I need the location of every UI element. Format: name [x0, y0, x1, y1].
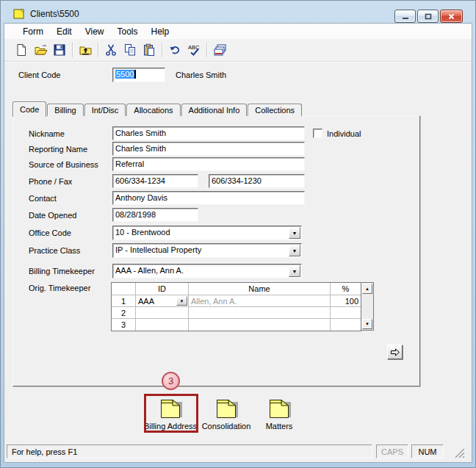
copy-button[interactable]	[120, 41, 140, 59]
client-name-text: Charles Smith	[176, 71, 226, 79]
office-code-label: Office Code	[29, 228, 71, 237]
undo-button[interactable]	[165, 41, 184, 59]
menu-tools[interactable]: Tools	[110, 25, 144, 38]
tab-int-disc[interactable]: Int/Disc	[84, 104, 126, 116]
toolbar-separator	[206, 43, 207, 57]
scroll-down-icon[interactable]: ▼	[362, 319, 372, 329]
menu-edit[interactable]: Edit	[50, 25, 79, 38]
source-of-business-input[interactable]: Referral	[112, 157, 305, 171]
table-header-id: ID	[136, 283, 189, 295]
paste-icon	[143, 43, 156, 57]
title-bar[interactable]: Clients\5500	[4, 4, 472, 23]
toolbar-separator	[162, 43, 162, 57]
cut-icon	[104, 43, 118, 57]
matters-label: Matters	[249, 422, 309, 431]
tab-code[interactable]: Code	[12, 101, 46, 117]
toolbar-separator	[72, 43, 73, 57]
undo-icon	[168, 43, 181, 57]
chevron-down-icon[interactable]: ▼	[289, 227, 300, 239]
practice-class-value: IP - Intellectual Property	[115, 245, 201, 254]
orig-timekeeper-table: ID Name % 1 AAA ▼ Allen, Ann A. 100 2 3	[111, 282, 361, 331]
practice-class-select[interactable]: IP - Intellectual Property ▼	[112, 243, 302, 258]
application-window: Clients\5500 Form Edit View Tools Help	[0, 0, 476, 468]
next-record-button[interactable]	[387, 345, 403, 359]
reporting-name-label: Reporting Name	[29, 145, 87, 154]
timekeeper-name-cell[interactable]	[189, 319, 331, 331]
status-message: For help, press F1	[7, 444, 372, 458]
client-code-input[interactable]: 5500	[112, 68, 165, 82]
spell-check-icon: ABC	[187, 43, 201, 57]
new-button[interactable]	[12, 41, 31, 59]
save-icon	[53, 43, 66, 57]
close-button[interactable]	[440, 10, 463, 23]
tab-allocations[interactable]: Allocations	[126, 104, 180, 116]
tab-collections[interactable]: Collections	[248, 104, 302, 116]
window-title: Clients\5500	[30, 9, 79, 19]
scroll-up-icon[interactable]: ▲	[362, 284, 372, 294]
chevron-down-icon[interactable]: ▼	[289, 265, 300, 277]
individual-checkbox[interactable]	[313, 129, 322, 138]
resize-grip[interactable]	[452, 446, 466, 459]
folder-up-button[interactable]	[76, 41, 95, 59]
row-number: 2	[112, 307, 136, 319]
open-button[interactable]	[31, 41, 50, 59]
menu-view[interactable]: View	[79, 25, 111, 38]
menu-form[interactable]: Form	[16, 25, 50, 38]
tab-additional-info[interactable]: Additional Info	[181, 104, 248, 116]
toolbar: ABC	[4, 39, 472, 62]
client-code-value: 5500	[115, 70, 134, 79]
billing-timekeeper-label: Billing Timekeeper	[29, 267, 95, 276]
nickname-input[interactable]: Charles Smith	[112, 126, 305, 140]
contact-input[interactable]: Anthony Davis	[112, 191, 305, 205]
cut-button[interactable]	[101, 41, 120, 59]
window-icon	[13, 9, 26, 20]
minimize-icon	[402, 13, 409, 20]
minimize-button[interactable]	[394, 10, 416, 23]
timekeeper-id-cell[interactable]	[136, 307, 189, 319]
annotation-step-badge: 3	[162, 372, 180, 390]
matters-shortcut[interactable]: Matters	[249, 396, 309, 431]
folder-icon	[265, 396, 293, 420]
office-code-select[interactable]: 10 - Brentwood ▼	[112, 226, 302, 240]
chevron-down-icon[interactable]: ▼	[176, 296, 187, 306]
paste-button[interactable]	[140, 41, 159, 59]
print-copies-icon	[213, 43, 227, 57]
nickname-label: Nickname	[29, 129, 65, 138]
timekeeper-pct-cell[interactable]	[331, 307, 361, 319]
table-header-pct: %	[331, 283, 361, 295]
table-header-blank	[112, 283, 136, 295]
timekeeper-id-cell[interactable]: AAA ▼	[136, 295, 189, 307]
timekeeper-id-cell[interactable]	[136, 319, 189, 331]
print-copies-button[interactable]	[210, 41, 229, 59]
contact-label: Contact	[29, 194, 57, 203]
billing-timekeeper-select[interactable]: AAA - Allen, Ann A. ▼	[112, 264, 302, 278]
table-scrollbar[interactable]: ▲ ▼	[361, 282, 374, 331]
date-opened-label: Date Opened	[29, 211, 76, 220]
timekeeper-name-cell[interactable]: Allen, Ann A.	[189, 295, 331, 307]
table-header-name: Name	[189, 283, 331, 295]
save-button[interactable]	[50, 41, 69, 59]
source-of-business-label: Source of Business	[29, 160, 98, 169]
phone-fax-label: Phone / Fax	[29, 177, 72, 186]
restore-button[interactable]	[417, 10, 439, 23]
timekeeper-id-value: AAA	[138, 297, 154, 306]
timekeeper-pct-cell[interactable]: 100	[331, 295, 361, 307]
date-opened-input[interactable]: 08/28/1998	[112, 208, 198, 222]
folder-icon	[212, 396, 240, 420]
arrow-right-icon	[390, 348, 400, 356]
consolidation-shortcut[interactable]: Consolidation	[196, 396, 256, 431]
individual-label: Individual	[327, 129, 361, 138]
toolbar-separator	[98, 43, 98, 57]
fax-input[interactable]: 606/334-1230	[209, 174, 305, 188]
reporting-name-input[interactable]: Charles Smith	[112, 142, 305, 156]
menu-help[interactable]: Help	[145, 25, 176, 38]
spell-check-button[interactable]: ABC	[184, 41, 203, 59]
chevron-down-icon[interactable]: ▼	[289, 245, 300, 256]
restore-icon	[425, 13, 432, 20]
phone-input[interactable]: 606/334-1234	[112, 174, 198, 188]
copy-icon	[123, 43, 137, 57]
timekeeper-name-cell[interactable]	[189, 307, 331, 319]
tab-bar: Code Billing Int/Disc Allocations Additi…	[12, 101, 303, 116]
timekeeper-pct-cell[interactable]	[331, 319, 361, 331]
tab-billing[interactable]: Billing	[47, 104, 83, 116]
